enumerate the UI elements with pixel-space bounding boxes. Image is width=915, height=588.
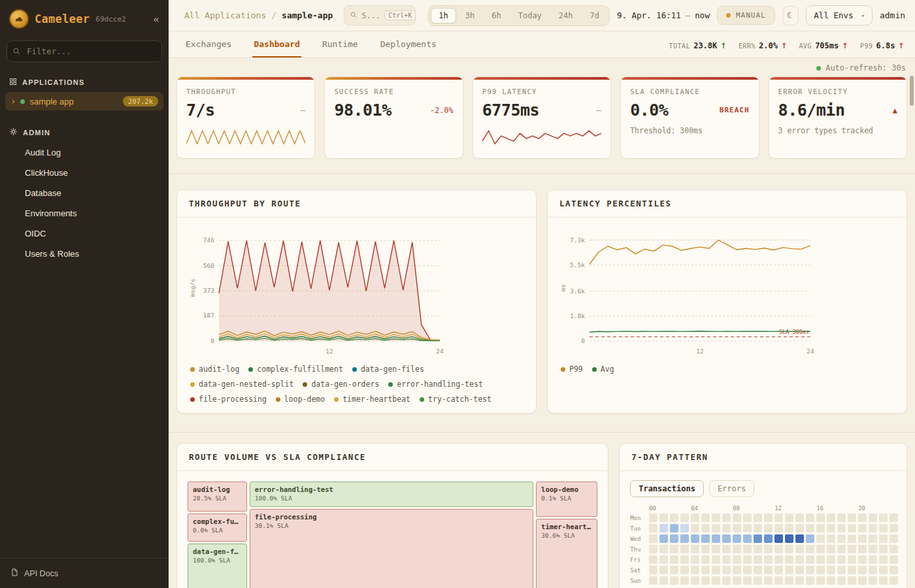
manual-refresh-button[interactable]: MANUAL [717,6,775,25]
api-docs-link[interactable]: API Docs [0,558,169,588]
sidebar-filter-input[interactable] [7,41,162,62]
search-icon [12,46,21,58]
legend-item-audit-log[interactable]: audit-log [190,365,239,374]
legend-item-avg[interactable]: Avg [592,365,614,374]
kpi-delta: – [596,105,601,115]
heatmap-cell [701,566,710,574]
treemap-cell-sla: 30.6% SLA [541,532,592,539]
sidebar-item-sample-app[interactable]: › sample app 207.2k [5,92,163,110]
heatmap-cell [712,524,720,532]
legend-item-p99[interactable]: P99 [561,365,583,374]
heatmap-cell [754,566,762,574]
app-count-badge: 207.2k [123,96,158,106]
heatmap-mode-errors[interactable]: Errors [709,480,754,497]
treemap-cell-loop-demo[interactable]: loop-demo0.1% SLA [536,482,597,517]
heatmap-cell [806,555,814,564]
heatmap-cell [848,545,856,553]
svg-text:0: 0 [210,337,214,344]
legend-item-data-gen-orders[interactable]: data-gen-orders [303,380,379,389]
heatmap-cell [806,514,814,522]
user-menu[interactable]: admin [880,10,905,20]
heatmap-cell [827,555,835,564]
time-range-1h[interactable]: 1h [431,8,456,24]
legend-dot [388,382,393,387]
panel-title: LATENCY PERCENTILES [559,199,672,208]
time-range-3h[interactable]: 3h [458,8,482,24]
treemap-cell-error-handling-test[interactable]: error-handling-test100.0% SLA [250,482,534,507]
heatmap-cell [670,545,678,553]
heatmap-cell [754,534,762,543]
legend-item-loop-demo[interactable]: loop-demo [276,395,325,404]
sidebar-item-environments[interactable]: Environments [0,203,169,223]
legend-item-file-processing[interactable]: file-processing [190,395,267,404]
legend-dot [303,382,307,387]
treemap-cell-file-processing[interactable]: file-processing30.1% SLA [250,509,534,588]
sidebar-item-oidc[interactable]: OIDC [0,223,169,244]
tab-runtime[interactable]: Runtime [321,31,359,57]
heatmap-cell [754,514,762,522]
heatmap-mode-transactions[interactable]: Transactions [630,480,704,497]
sidebar-item-clickhouse[interactable]: ClickHouse [0,163,169,183]
sidebar-item-users-roles[interactable]: Users & Roles [0,244,169,264]
auto-refresh-label: Auto-refresh: 30s [825,63,906,73]
heatmap-cell [691,555,699,564]
sidebar-item-database[interactable]: Database [0,183,169,203]
time-range-today[interactable]: Today [510,8,550,24]
treemap-cell-complex-fulfillment[interactable]: complex-fulfillment0.0% SLA [188,514,247,542]
heatmap-cell [890,555,898,564]
heatmap-cell [722,514,731,522]
legend-item-error-handling-test[interactable]: error-handling-test [388,380,483,389]
heatmap-cell [890,534,898,543]
heatmap-cell [806,534,814,543]
kpi-sparkline [482,125,601,150]
time-range-6h[interactable]: 6h [484,8,508,24]
heatmap-cell [680,566,689,574]
heatmap-cell [848,534,856,543]
svg-text:ms: ms [559,284,567,291]
applications-section: APPLICATIONS [0,73,169,92]
app-root: Cameleer 69dcce2 « APPLICATIONS › sample… [0,0,915,588]
heatmap-cell [680,534,689,543]
env-select[interactable]: All Envs ▾ [806,5,873,25]
sidebar-collapse-button[interactable]: « [153,13,159,25]
legend-item-timer-heartbeat[interactable]: timer-heartbeat [334,395,410,404]
svg-text:0: 0 [581,337,585,344]
heatmap-day-label: Tue [630,525,647,532]
legend-item-try-catch-test[interactable]: try-catch-test [420,395,491,404]
heatmap-cell [712,514,720,522]
dark-mode-toggle[interactable]: ☾ [782,6,799,25]
svg-text:24: 24 [436,348,444,355]
tab-dashboard[interactable]: Dashboard [252,31,301,57]
time-range-7d[interactable]: 7d [582,8,607,24]
date-range[interactable]: 9. Apr. 16:11 — now [617,10,710,20]
heatmap-cell [785,524,793,532]
time-range-24h[interactable]: 24h [551,8,581,24]
treemap-cell-sla: 28.5% SLA [193,495,242,502]
treemap-cell-data-gen-files[interactable]: data-gen-files100.0% SLA [188,544,247,588]
legend-item-data-gen-files[interactable]: data-gen-files [352,365,424,374]
legend-item-complex-fulfillment[interactable]: complex-fulfillment [248,365,343,374]
tab-exchanges[interactable]: Exchanges [184,31,233,57]
kpi-card-error-velocity: ERROR VELOCITY8.6/min▲3 error types trac… [769,76,907,159]
svg-text:7.3k: 7.3k [570,237,585,244]
heatmap-cell [774,514,783,522]
heatmap-cell [701,514,710,522]
scrollbar-thumb[interactable] [910,76,914,106]
heatmap-cell [764,514,773,522]
heatmap-cell [649,555,657,564]
tab-deployments[interactable]: Deployments [379,31,438,57]
treemap-cell-timer-heartbeat[interactable]: timer-heartbeat30.6% SLA [536,519,597,588]
heatmap-cell [869,545,877,553]
kpi-card-throughput: THROUGHPUT7/s– [176,76,315,159]
treemap-cell-audit-log[interactable]: audit-log28.5% SLA [188,482,247,512]
sidebar-item-audit-log[interactable]: Audit Log [0,142,169,163]
heatmap-cell [733,534,741,543]
heatmap-cell [659,555,668,564]
api-docs-label: API Docs [24,569,58,578]
legend-dot [190,382,195,387]
panel-7-day-pattern: 7-DAY PATTERN TransactionsErrors 0004081… [619,443,907,588]
heatmap-cell [764,566,773,574]
breadcrumb-all-applications[interactable]: All Applications [184,10,266,20]
legend-item-data-gen-nested-split[interactable]: data-gen-nested-split [190,380,293,389]
search-input[interactable]: S... Ctrl+K [344,5,416,25]
